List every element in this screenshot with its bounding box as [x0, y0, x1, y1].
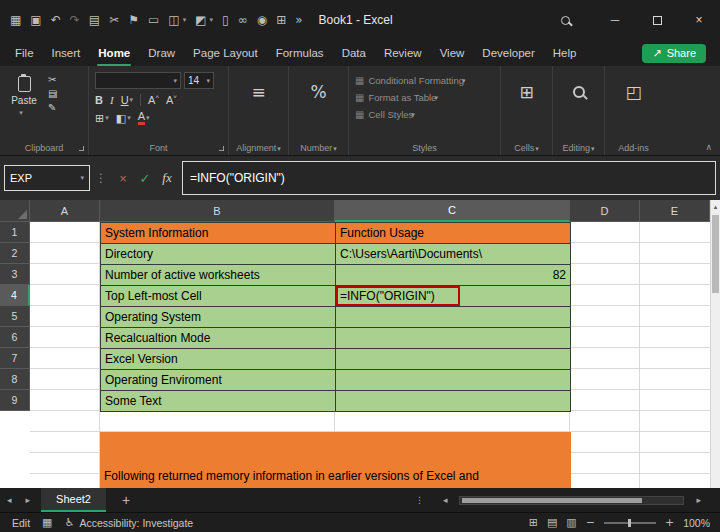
bold-button[interactable]: B — [95, 94, 103, 106]
maximize-button[interactable] — [636, 0, 678, 40]
column-header-D[interactable]: D — [570, 200, 640, 222]
cell-C8[interactable] — [336, 370, 571, 391]
ribbon-collapse-icon[interactable]: ∧ — [705, 142, 712, 152]
hscroll-left-icon[interactable]: ◂ — [436, 495, 455, 505]
cell-B6[interactable]: Recalcualtion Mode — [101, 328, 336, 349]
tab-draw[interactable]: Draw — [139, 40, 184, 66]
chart-icon[interactable]: ◫ — [168, 14, 179, 26]
qat-overflow-icon[interactable]: » — [295, 14, 302, 26]
conditional-formatting-button[interactable]: ▦ Conditional Formatting ▾ — [355, 72, 494, 89]
cell-B1[interactable]: System Information — [101, 223, 336, 244]
print-icon[interactable]: ▭ — [148, 14, 159, 26]
cell-B9[interactable]: Some Text — [101, 391, 336, 412]
cell-C4-selected[interactable]: =INFO("ORIGIN") — [336, 286, 571, 307]
row-header-3[interactable]: 3 — [0, 264, 30, 285]
sheet-nav-left-icon[interactable]: ◂ — [0, 495, 19, 505]
enter-button[interactable]: ✓ — [134, 171, 156, 186]
tab-help[interactable]: Help — [544, 40, 586, 66]
horizontal-scrollbar-thumb[interactable] — [462, 498, 642, 503]
search-icon[interactable] — [561, 16, 570, 25]
tab-data[interactable]: Data — [333, 40, 375, 66]
italic-button[interactable]: I — [110, 94, 114, 106]
underline-button[interactable]: U — [121, 94, 129, 106]
redo-icon[interactable]: ↷ — [70, 14, 80, 26]
ribbon-group-number[interactable]: % Number▾ — [288, 66, 348, 155]
zoom-in-icon[interactable]: + — [665, 517, 674, 528]
copy-icon[interactable]: ▤ — [89, 14, 100, 26]
tab-insert[interactable]: Insert — [43, 40, 90, 66]
cell-C1[interactable]: Function Usage — [336, 223, 571, 244]
fill-color-icon[interactable]: ◧ — [116, 112, 126, 125]
scroll-up-icon[interactable]: ▴ — [711, 200, 720, 211]
name-box[interactable]: EXP ▾ — [4, 165, 90, 191]
chevron-down-icon[interactable]: ▾ — [105, 114, 109, 122]
hscroll-right-icon[interactable]: ▸ — [689, 495, 708, 505]
sheet-nav-right-icon[interactable]: ▸ — [19, 495, 38, 505]
paste-button[interactable]: Paste ▾ — [6, 72, 42, 117]
cell-B3[interactable]: Number of active worksheets — [101, 265, 336, 286]
zoom-level[interactable]: 100% — [683, 517, 710, 529]
cut-button[interactable]: ✂ — [48, 75, 57, 85]
ribbon-group-cells[interactable]: ⊞ Cells▾ — [500, 66, 552, 155]
cut-icon[interactable]: ✂ — [109, 14, 119, 26]
horizontal-scrollbar[interactable] — [459, 496, 684, 505]
format-painter-button[interactable]: ✎ — [48, 103, 57, 113]
close-button[interactable]: × — [678, 0, 720, 40]
normal-view-icon[interactable]: ⊞ — [529, 517, 538, 528]
app-menu-icon[interactable]: ▦ — [10, 14, 21, 26]
table-icon[interactable]: ⊞ — [276, 14, 286, 26]
chevron-down-icon[interactable]: ▾ — [210, 16, 214, 24]
page-layout-view-icon[interactable]: ▤ — [547, 517, 557, 528]
cell-B2[interactable]: Directory — [101, 244, 336, 265]
page-break-view-icon[interactable]: ▥ — [566, 517, 576, 528]
flag-icon[interactable]: ⚑ — [128, 14, 139, 26]
clipboard-dialog-launcher[interactable] — [79, 146, 84, 151]
cell-B4[interactable]: Top Left-most Cell — [101, 286, 336, 307]
eraser-icon[interactable]: ◩ — [195, 14, 206, 26]
cell-C9[interactable] — [336, 391, 571, 412]
tab-view[interactable]: View — [431, 40, 474, 66]
row-header-1[interactable]: 1 — [0, 222, 30, 243]
chevron-down-icon[interactable]: ▾ — [127, 114, 131, 122]
tab-page-layout[interactable]: Page Layout — [184, 40, 267, 66]
font-dialog-launcher[interactable] — [219, 146, 224, 151]
column-header-C[interactable]: C — [335, 200, 570, 222]
zoom-slider[interactable] — [604, 522, 656, 524]
camera-icon[interactable]: ◉ — [257, 14, 267, 26]
vertical-scrollbar[interactable]: ▴ — [710, 200, 720, 488]
tab-review[interactable]: Review — [375, 40, 431, 66]
increase-font-button[interactable]: A˄ — [148, 94, 159, 106]
row-header-8[interactable]: 8 — [0, 369, 30, 390]
row-header-6[interactable]: 6 — [0, 327, 30, 348]
font-name-select[interactable]: ▾ — [95, 72, 181, 89]
font-size-select[interactable]: 14▾ — [184, 72, 214, 89]
cancel-button[interactable]: × — [112, 171, 134, 186]
zoom-slider-thumb[interactable] — [628, 519, 631, 527]
link-icon[interactable]: ∞ — [238, 14, 248, 26]
column-header-E[interactable]: E — [640, 200, 710, 222]
ribbon-group-addins[interactable]: ◰ Add-ins — [604, 66, 662, 155]
column-header-B[interactable]: B — [100, 200, 335, 222]
tab-file[interactable]: File — [6, 40, 43, 66]
sheet-tab-sheet2[interactable]: Sheet2 — [41, 488, 106, 512]
decrease-font-button[interactable]: A˅ — [166, 94, 177, 106]
accessibility-status[interactable]: Accessibility: Investigate — [79, 517, 193, 529]
chevron-down-icon[interactable]: ▾ — [183, 16, 187, 24]
share-button[interactable]: ↗ Share — [642, 44, 706, 63]
tab-developer[interactable]: Developer — [473, 40, 543, 66]
vertical-scrollbar-thumb[interactable] — [712, 215, 719, 293]
row-header-2[interactable]: 2 — [0, 243, 30, 264]
borders-icon[interactable]: ⊞ — [95, 112, 104, 125]
row-header-7[interactable]: 7 — [0, 348, 30, 369]
ribbon-group-editing[interactable]: Editing▾ — [552, 66, 604, 155]
row-header-5[interactable]: 5 — [0, 306, 30, 327]
cell-C7[interactable] — [336, 349, 571, 370]
cell-C3[interactable]: 82 — [336, 265, 571, 286]
row-header-4[interactable]: 4 — [0, 285, 30, 306]
document-icon[interactable]: ▯ — [222, 14, 229, 26]
tab-home[interactable]: Home — [89, 40, 139, 66]
insert-function-button[interactable]: fx — [156, 170, 178, 186]
cell-B7[interactable]: Excel Version — [101, 349, 336, 370]
minimize-button[interactable]: ─ — [594, 0, 636, 40]
cell-C6[interactable] — [336, 328, 571, 349]
